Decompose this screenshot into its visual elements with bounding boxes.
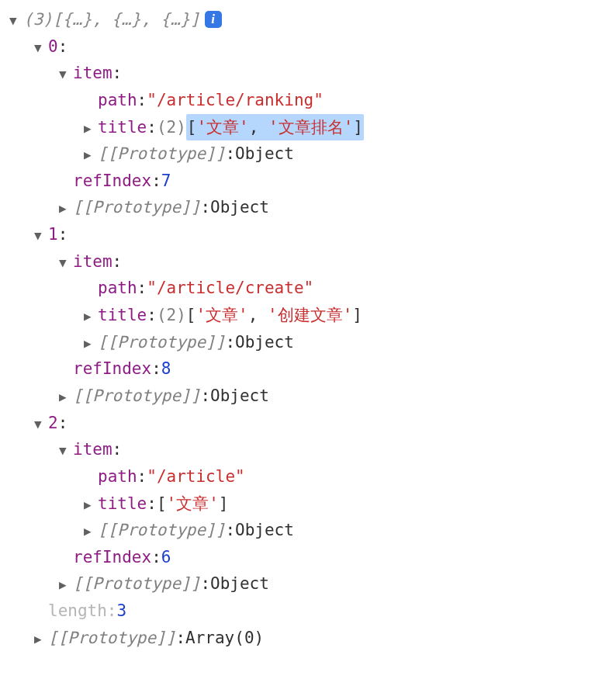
title-array-value: '文章排名'	[268, 118, 353, 137]
expand-arrow-right-icon[interactable]	[84, 119, 96, 139]
expand-arrow-down-icon[interactable]	[34, 414, 47, 435]
colon: :	[225, 517, 235, 544]
array-item-row[interactable]: 2:	[9, 410, 607, 437]
array-item-row[interactable]: 0:	[9, 33, 607, 61]
expand-arrow-down-icon[interactable]	[59, 253, 71, 273]
title-row[interactable]: title: ['文章']	[9, 490, 607, 518]
colon: :	[112, 436, 123, 463]
refindex-key: refIndex	[73, 355, 151, 383]
prototype-row[interactable]: [[Prototype]]: Object	[9, 194, 607, 221]
prototype-row[interactable]: [[Prototype]]: Object	[9, 140, 607, 168]
bracket-close: ]	[353, 118, 363, 137]
array-index-key: 0	[48, 33, 58, 61]
refindex-key: refIndex	[73, 544, 151, 571]
title-row[interactable]: title: (2) ['文章', '文章排名']	[9, 114, 607, 141]
length-row[interactable]: length: 3	[9, 598, 607, 625]
expand-arrow-right-icon[interactable]	[84, 307, 96, 327]
colon: :	[151, 168, 161, 195]
title-row[interactable]: title: (2) ['文章', '创建文章']	[9, 302, 607, 329]
bracket-open: [	[187, 118, 197, 137]
refindex-row[interactable]: refIndex: 8	[9, 355, 607, 383]
title-count: (2)	[157, 114, 186, 141]
item-key: item	[73, 248, 112, 275]
prototype-row[interactable]: [[Prototype]]: Object	[9, 517, 607, 544]
expand-arrow-right-icon[interactable]	[84, 145, 96, 165]
title-array-preview: ['文章', '创建文章']	[186, 302, 362, 329]
path-row[interactable]: path: "/article/ranking"	[9, 87, 607, 114]
colon: :	[200, 383, 210, 410]
comma: ,	[248, 306, 268, 324]
path-key: path	[98, 463, 137, 490]
colon: :	[137, 87, 147, 114]
expand-arrow-down-icon[interactable]	[59, 441, 71, 461]
prototype-row[interactable]: [[Prototype]]: Object	[9, 329, 607, 356]
prototype-value: Object	[235, 140, 294, 168]
path-row[interactable]: path: "/article"	[9, 463, 607, 490]
colon: :	[151, 355, 161, 383]
prototype-value: Object	[210, 383, 269, 410]
colon: :	[147, 490, 157, 518]
expand-arrow-right-icon[interactable]	[59, 387, 71, 407]
expand-arrow-right-icon[interactable]	[84, 521, 96, 542]
title-array-preview: ['文章']	[157, 490, 229, 518]
refindex-value: 8	[161, 355, 171, 383]
expand-arrow-right-icon[interactable]	[84, 334, 96, 354]
array-preview: [{…}, {…}, {…}]	[53, 6, 200, 33]
prototype-row[interactable]: [[Prototype]]: Object	[9, 383, 607, 410]
colon: :	[200, 570, 210, 598]
prototype-key: [[Prototype]]	[73, 383, 200, 410]
colon: :	[137, 275, 147, 302]
colon: :	[112, 248, 123, 275]
expand-arrow-right-icon[interactable]	[59, 575, 71, 595]
expand-arrow-right-icon[interactable]	[59, 199, 71, 219]
item-key: item	[73, 436, 112, 463]
prototype-value: Object	[235, 517, 294, 544]
expand-arrow-down-icon[interactable]	[34, 38, 47, 58]
prototype-key: [[Prototype]]	[98, 329, 225, 356]
title-array-value: '文章'	[196, 118, 248, 137]
prototype-value: Object	[210, 570, 269, 598]
prototype-row[interactable]: [[Prototype]]: Array(0)	[9, 625, 607, 652]
item-object-row[interactable]: item:	[9, 248, 607, 275]
colon: :	[175, 625, 185, 652]
array-item-row[interactable]: 1:	[9, 221, 607, 248]
refindex-value: 6	[161, 544, 171, 571]
item-object-row[interactable]: item:	[9, 60, 607, 87]
prototype-key: [[Prototype]]	[73, 570, 200, 598]
title-array-value: '文章'	[167, 494, 219, 513]
prototype-value: Array(0)	[185, 625, 264, 652]
colon: :	[58, 221, 68, 248]
array-length-summary: (3)	[23, 6, 53, 33]
prototype-value: Object	[235, 329, 294, 356]
colon: :	[225, 329, 235, 356]
refindex-row[interactable]: refIndex: 7	[9, 168, 607, 195]
path-row[interactable]: path: "/article/create"	[9, 275, 607, 302]
title-key: title	[98, 490, 147, 518]
expand-arrow-down-icon[interactable]	[9, 11, 22, 31]
length-value: 3	[117, 598, 127, 625]
bracket-open: [	[186, 306, 196, 324]
refindex-row[interactable]: refIndex: 6	[9, 544, 607, 571]
expand-arrow-down-icon[interactable]	[34, 226, 47, 246]
colon: :	[107, 598, 117, 625]
bracket-open: [	[157, 494, 167, 513]
bracket-close: ]	[219, 494, 229, 513]
colon: :	[225, 140, 235, 168]
prototype-row[interactable]: [[Prototype]]: Object	[9, 570, 607, 598]
colon: :	[137, 463, 147, 490]
info-icon[interactable]: i	[205, 11, 222, 28]
expand-arrow-right-icon[interactable]	[34, 629, 47, 650]
colon: :	[58, 33, 68, 61]
expand-arrow-right-icon[interactable]	[84, 495, 96, 515]
path-value: "/article/create"	[147, 275, 313, 302]
array-root-row[interactable]: (3) [{…}, {…}, {…}]i	[9, 6, 607, 33]
colon: :	[151, 544, 161, 571]
refindex-value: 7	[161, 168, 171, 195]
comma: ,	[249, 118, 268, 137]
array-index-key: 2	[48, 410, 58, 437]
expand-arrow-down-icon[interactable]	[59, 64, 71, 85]
length-key: length	[48, 598, 107, 625]
array-index-key: 1	[48, 221, 58, 248]
item-object-row[interactable]: item:	[9, 436, 607, 463]
refindex-key: refIndex	[73, 168, 151, 195]
